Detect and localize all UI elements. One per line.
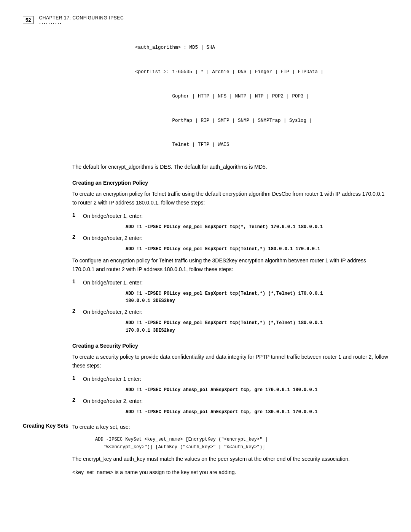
section2-step2: 2 On bridge/router 2, enter: [72, 397, 388, 406]
sec2-step1-text: On bridge/router 1 enter: [83, 375, 141, 383]
step4-number: 2 [72, 308, 80, 314]
section1-step3: 1 On bridge/router 1, enter: [72, 278, 388, 287]
section2-cmd1: ADD !1 -IPSEC POLicy ahesp_pol AhEspXpor… [126, 387, 388, 394]
step1-text: On bridge/router 1, enter: [83, 212, 143, 220]
step2-number: 2 [72, 234, 80, 240]
dotted-divider [39, 22, 62, 24]
section1-cmd3: ADD !1 -IPSEC POLicy esp_pol EspXport tc… [126, 290, 388, 305]
section3-container: Creating Key Sets To create a key set, u… [23, 423, 388, 481]
sec2-step2-number: 2 [72, 397, 80, 403]
code-line-portlist1: <portlist >: 1-65535 | * | Archie | DNS … [135, 69, 323, 75]
page: 52 Chapter 17: Configuring IPsec <auth_a… [0, 0, 411, 532]
page-header: 52 Chapter 17: Configuring IPsec [23, 15, 388, 24]
section1-step1: 1 On bridge/router 1, enter: [72, 212, 388, 220]
creating-key-sets-label: Creating Key Sets [23, 423, 72, 481]
sec2-step1-number: 1 [72, 375, 80, 381]
code-block-algorithms: <auth_algorithm> : MD5 | SHA <portlist >… [118, 36, 388, 157]
section1-cmd2: ADD !1 -IPSEC POLicy esp_pol EspXport tc… [126, 246, 388, 253]
step4-text: On bridge/router, 2 enter: [83, 308, 142, 316]
step2-text: On bridge/router, 2 enter: [83, 234, 142, 243]
code-line-portlist2: Gopher | HTTP | NFS | NNTP | NTP | POP2 … [135, 94, 309, 99]
keyset-code-block: ADD -IPSEC KeySet <key_set_name> [Encryp… [95, 436, 388, 451]
sec2-step2-text: On bridge/router 2, enter: [83, 397, 143, 406]
section1-step2: 2 On bridge/router, 2 enter: [72, 234, 388, 243]
section3-para2: <key_set_name> is a name you assign to t… [72, 468, 388, 477]
section3-intro: To create a key set, use: [72, 423, 388, 431]
section1-cmd4: ADD !1 -IPSEC POLicy esp_pol EspXport tc… [126, 320, 388, 334]
section2-cmd2: ADD !1 -IPSEC POLicy ahesp_pol AhEspXpor… [126, 409, 388, 416]
section3-para1: The encrypt_key and auth_key must match … [72, 455, 388, 463]
section2-intro: To create a security policy to provide d… [72, 353, 388, 370]
section2-step1: 1 On bridge/router 1 enter: [72, 375, 388, 383]
section1-intro2: To configure an encryption policy for Te… [72, 256, 388, 274]
section1-heading: Creating an Encryption Policy [72, 180, 388, 186]
step3-number: 1 [72, 278, 80, 284]
code-line-auth: <auth_algorithm> : MD5 | SHA [135, 45, 215, 50]
section1-intro: To create an encryption policy for Telne… [72, 190, 388, 207]
section3-content: To create a key set, use: ADD -IPSEC Key… [72, 423, 388, 481]
section1-step4: 2 On bridge/router, 2 enter: [72, 308, 388, 316]
code-line-portlist3: PortMap | RIP | SMTP | SNMP | SNMPTrap |… [135, 118, 312, 123]
page-number: 52 [23, 16, 33, 24]
step1-number: 1 [72, 212, 80, 218]
section2-heading: Creating a Security Policy [72, 343, 388, 349]
chapter-title: Chapter 17: Configuring IPsec [39, 15, 124, 21]
main-content: <auth_algorithm> : MD5 | SHA <portlist >… [72, 36, 388, 416]
code-line-portlist4: Telnet | TFTP | WAIS [135, 142, 229, 147]
default-para: The default for encrypt_algorithms is DE… [72, 163, 388, 171]
step3-text: On bridge/router 1, enter: [83, 278, 143, 287]
section1-cmd1: ADD !1 -IPSEC POLicy esp_pol EspXport tc… [126, 224, 388, 231]
